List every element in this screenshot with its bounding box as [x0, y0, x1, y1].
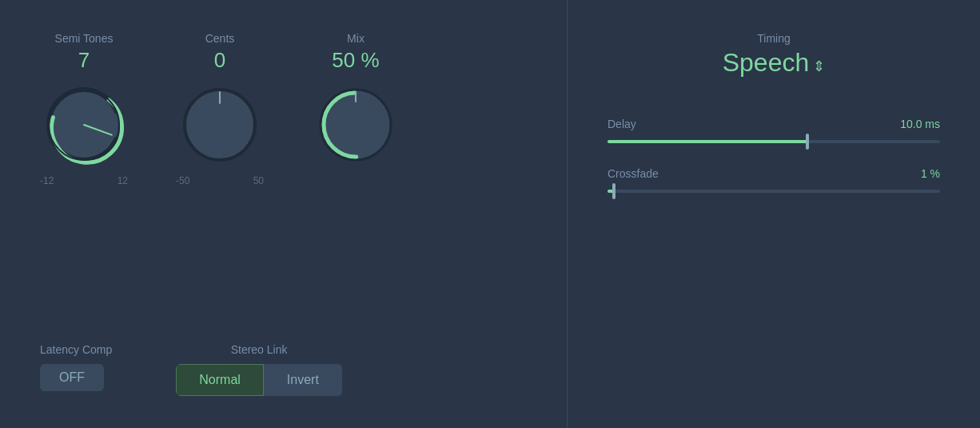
stereo-normal-button[interactable]: Normal — [176, 364, 264, 396]
knobs-row: Semi Tones 7 -12 12 — [40, 32, 527, 186]
stereo-link-label: Stereo Link — [231, 343, 288, 356]
right-panel: Timing Speech Delay 10.0 ms Crossfade 1 … — [568, 0, 980, 428]
mix-label: Mix — [347, 32, 365, 45]
delay-value: 10.0 ms — [900, 118, 940, 130]
controls-row: Latency Comp OFF Stereo Link Normal Inve… — [40, 343, 527, 396]
delay-slider-section: Delay 10.0 ms — [608, 118, 940, 143]
left-panel: Semi Tones 7 -12 12 — [0, 0, 568, 428]
cents-label: Cents — [205, 32, 235, 45]
semi-tones-range: -12 12 — [40, 175, 128, 186]
delay-header: Delay 10.0 ms — [608, 118, 940, 130]
semi-tones-knob[interactable]: Semi Tones 7 -12 12 — [40, 32, 128, 186]
latency-comp-button[interactable]: OFF — [40, 364, 104, 391]
timing-section: Timing Speech — [608, 32, 940, 78]
stereo-invert-button[interactable]: Invert — [264, 364, 342, 396]
delay-track[interactable] — [608, 140, 940, 143]
delay-label: Delay — [608, 118, 636, 130]
cents-value: 0 — [214, 48, 225, 73]
crossfade-thumb[interactable] — [612, 183, 615, 199]
delay-fill — [608, 140, 807, 143]
mix-svg[interactable] — [312, 81, 400, 169]
mix-value: 50 % — [332, 48, 379, 73]
latency-comp-label: Latency Comp — [40, 343, 112, 356]
semi-tones-svg[interactable] — [40, 81, 128, 169]
stereo-link-buttons: Normal Invert — [176, 364, 342, 396]
crossfade-slider-section: Crossfade 1 % — [608, 167, 940, 193]
cents-knob[interactable]: Cents 0 -50 50 — [176, 32, 264, 186]
crossfade-label: Crossfade — [608, 167, 659, 180]
crossfade-track[interactable] — [608, 190, 940, 193]
latency-comp-group: Latency Comp OFF — [40, 343, 112, 391]
delay-thumb[interactable] — [806, 134, 809, 150]
mix-knob[interactable]: Mix 50 % — [312, 32, 400, 169]
crossfade-value: 1 % — [921, 167, 940, 180]
stereo-link-group: Stereo Link Normal Invert — [176, 343, 342, 396]
semi-tones-label: Semi Tones — [55, 32, 114, 45]
semi-tones-value: 7 — [78, 48, 90, 73]
timing-label: Timing — [757, 32, 791, 45]
timing-value[interactable]: Speech — [723, 48, 826, 78]
cents-svg[interactable] — [176, 81, 264, 169]
cents-range: -50 50 — [176, 175, 264, 186]
crossfade-header: Crossfade 1 % — [608, 167, 940, 180]
